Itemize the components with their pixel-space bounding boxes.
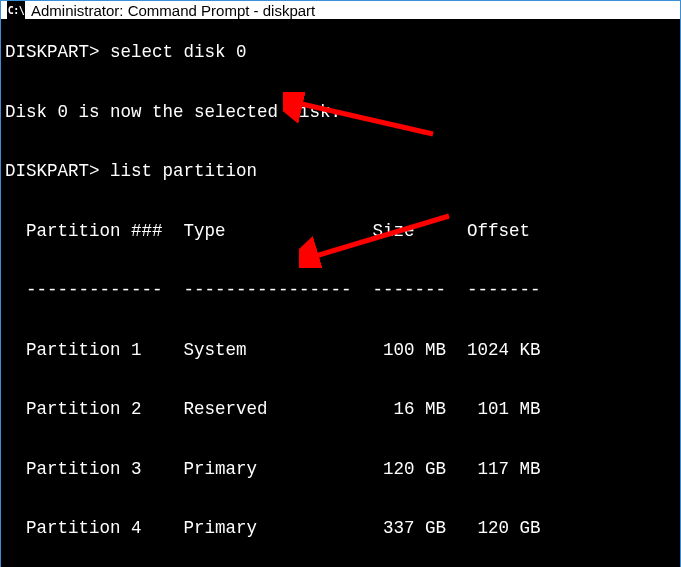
terminal-output[interactable]: DISKPART> select disk 0 Disk 0 is now th… <box>1 20 680 567</box>
titlebar[interactable]: C:\ Administrator: Command Prompt - disk… <box>1 1 680 20</box>
command-list-partition: list partition <box>110 161 257 181</box>
table-divider: ------------- ---------------- ------- -… <box>5 276 676 306</box>
prompt: DISKPART> <box>5 161 110 181</box>
cmd-icon: C:\ <box>7 1 25 19</box>
table-row: Partition 1 System 100 MB 1024 KB <box>5 336 676 366</box>
response-line-1: Disk 0 is now the selected disk. <box>5 98 676 128</box>
prompt: DISKPART> <box>5 42 110 62</box>
table-header: Partition ### Type Size Offset <box>5 217 676 247</box>
prompt-line-2: DISKPART> list partition <box>5 157 676 187</box>
table-row: Partition 2 Reserved 16 MB 101 MB <box>5 395 676 425</box>
table-row: Partition 3 Primary 120 GB 117 MB <box>5 455 676 485</box>
window-title: Administrator: Command Prompt - diskpart <box>31 2 315 19</box>
prompt-line-1: DISKPART> select disk 0 <box>5 38 676 68</box>
command-select-disk: select disk 0 <box>110 42 247 62</box>
table-row: Partition 4 Primary 337 GB 120 GB <box>5 514 676 544</box>
command-prompt-window: C:\ Administrator: Command Prompt - disk… <box>0 0 681 567</box>
